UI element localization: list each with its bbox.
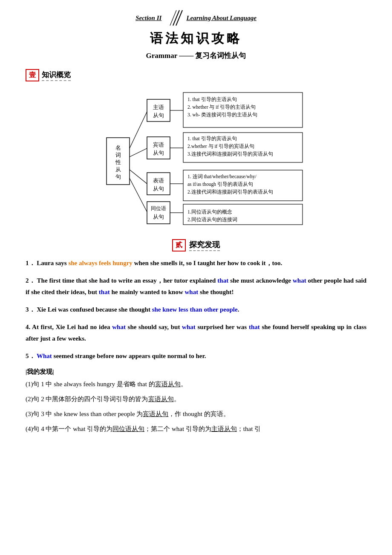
sentence-2: 2． The first time that she had to write … [26, 275, 366, 298]
s4h3: that [249, 324, 260, 330]
f2u1: 宾语从句 [148, 396, 174, 402]
svg-text:名: 名 [115, 145, 121, 151]
f2t1: (2)句 2 中黑体部分的四个引导词引导的皆为 [26, 396, 148, 402]
f4u2: 主语从句 [211, 425, 237, 432]
sentence-4-number: 4. [26, 324, 30, 330]
f4t2: ；第二个 what 引导的为 [144, 425, 211, 432]
s2t2: she must acknowledge [228, 277, 293, 284]
svg-text:as if/as though 引导的表语从句: as if/as though 引导的表语从句 [187, 182, 253, 187]
header-top: Section II Learning About Language [26, 9, 366, 27]
svg-line-0 [176, 10, 182, 26]
s2h2: what [293, 277, 306, 284]
svg-line-2 [170, 10, 176, 26]
sentence-1-text2: when she smells it, so I taught her how … [133, 260, 282, 266]
section-badge-2: 贰 探究发现 [26, 239, 366, 251]
svg-line-1 [173, 10, 179, 26]
diagram-container: 名 词 性 从 句 主语 从句 1. that 引导的主语从句 2. wheth… [26, 87, 366, 231]
finding-2: (2)句 2 中黑体部分的四个引导词引导的皆为宾语从句。 [26, 393, 366, 405]
sentence-4: 4. At first, Xie Lei had no idea what sh… [26, 321, 366, 344]
svg-line-9 [130, 112, 147, 148]
sentences-container: 1． Laura says she always feels hungry wh… [26, 257, 366, 362]
finding-4: (4)句 4 中第一个 what 引导的为同位语从句；第二个 what 引导的为… [26, 423, 366, 435]
badge1-text: 知识概览 [42, 70, 71, 81]
svg-line-12 [130, 178, 147, 212]
sentence-3: 3． Xie Lei was confused because she thou… [26, 304, 366, 315]
s3t1: Xie Lei was confused because she thought [37, 306, 152, 313]
s5h1: What [37, 353, 52, 359]
f1u1: 宾语从句 [155, 381, 181, 387]
svg-text:表语: 表语 [153, 177, 164, 184]
main-title: 语法知识攻略 [150, 30, 242, 47]
learning-label: Learning About Language [186, 14, 256, 22]
f3t1: (3)句 3 中 she knew less than other people… [26, 410, 143, 417]
svg-text:词: 词 [115, 152, 121, 158]
svg-line-10 [130, 148, 147, 157]
svg-text:从: 从 [115, 166, 121, 173]
svg-text:句: 句 [115, 173, 121, 180]
svg-text:1. that 引导的主语从句: 1. that 引导的主语从句 [187, 96, 237, 102]
s2h3: that [99, 289, 110, 295]
f3u1: 宾语从句 [143, 410, 168, 417]
svg-text:性: 性 [115, 159, 121, 165]
svg-text:3. wh- 类连接词引导的主语从句: 3. wh- 类连接词引导的主语从句 [187, 112, 257, 117]
svg-text:2.whether 与 if 引导的宾语从句: 2.whether 与 if 引导的宾语从句 [187, 143, 254, 149]
f4t3: ；that 引 [237, 425, 261, 432]
s3h1: she knew less than other people [152, 306, 238, 313]
sentence-1-highlight1: she always feels hungry [68, 260, 132, 266]
svg-text:同位语: 同位语 [151, 206, 166, 211]
sentence-3-number: 3． [26, 306, 35, 313]
s4t2: she should say, but [126, 324, 182, 330]
s2h1: that [217, 277, 228, 284]
svg-text:从句: 从句 [153, 112, 164, 119]
badge2-text: 探究发现 [189, 240, 220, 251]
svg-text:1.同位语从句的概念: 1.同位语从句的概念 [187, 209, 232, 214]
s5t1: seemed strange before now appears quite … [52, 353, 206, 359]
s3t2: . [238, 306, 239, 313]
svg-text:3.连接代词和连接副词引导的宾语从句: 3.连接代词和连接副词引导的宾语从句 [187, 151, 273, 156]
s2t5: she thought! [198, 289, 233, 295]
sentence-1-number: 1． [26, 260, 35, 266]
section-badge-1: 壹 知识概览 [26, 69, 366, 81]
decoration-graphic [163, 9, 184, 27]
svg-text:从句: 从句 [153, 214, 164, 220]
svg-text:2.连接代词和连接副词引导的表语从句: 2.连接代词和连接副词引导的表语从句 [187, 189, 273, 194]
f1t2: 。 [181, 381, 187, 387]
f2t2: 。 [174, 396, 180, 402]
s2t4: he mainly wanted to know [110, 289, 185, 295]
svg-rect-37 [147, 202, 170, 224]
sentence-5: 5． What seemed strange before now appear… [26, 350, 366, 362]
badge2-icon: 贰 [172, 239, 186, 251]
findings-title: |我的发现| [26, 368, 366, 376]
svg-text:从句: 从句 [153, 150, 164, 156]
s4t1: At first, Xie Lei had no idea [32, 324, 112, 330]
grammar-title: Grammar —— 复习名词性从句 [146, 51, 246, 61]
sentence-5-number: 5． [26, 353, 35, 359]
knowledge-diagram: 名 词 性 从 句 主语 从句 1. that 引导的主语从句 2. wheth… [81, 87, 311, 231]
svg-text:从句: 从句 [153, 185, 164, 192]
finding-1: (1)句 1 中 she always feels hungry 是省略 tha… [26, 379, 366, 390]
svg-text:2.同位语从句的连接词: 2.同位语从句的连接词 [187, 217, 237, 222]
svg-text:宾语: 宾语 [153, 142, 164, 148]
svg-text:2. whether 与 if 引导的主语从句: 2. whether 与 if 引导的主语从句 [187, 104, 256, 110]
s2h4: what [185, 289, 199, 295]
s4t3: surprised her was [196, 324, 249, 330]
section-label: Section II [135, 14, 161, 22]
f4t1: (4)句 4 中第一个 what 引导的为 [26, 425, 112, 432]
f3t2: ，作 thought 的宾语。 [168, 410, 229, 417]
svg-text:1. 连词 that/whether/because/why: 1. 连词 that/whether/because/why/ [187, 174, 257, 179]
s4h2: what [182, 324, 196, 330]
svg-line-11 [130, 170, 147, 184]
sentence-1: 1． Laura says she always feels hungry wh… [26, 257, 366, 269]
f1t1: (1)句 1 中 she always feels hungry 是省略 tha… [26, 381, 155, 387]
finding-3: (3)句 3 中 she knew less than other people… [26, 408, 366, 420]
sentence-1-text1: Laura says [37, 260, 68, 266]
sentence-2-number: 2． [26, 277, 35, 284]
s2t1: The first time that she had to write an … [37, 277, 218, 284]
badge1-icon: 壹 [26, 69, 39, 81]
header-area: Section II Learning About Language 语法知识攻… [26, 9, 366, 66]
svg-text:1. that 引导的宾语从句: 1. that 引导的宾语从句 [187, 136, 237, 141]
s4h1: what [112, 324, 126, 330]
findings-section: |我的发现| (1)句 1 中 she always feels hungry … [26, 368, 366, 435]
svg-text:主语: 主语 [153, 104, 164, 110]
f4u1: 同位语从句 [112, 425, 144, 432]
